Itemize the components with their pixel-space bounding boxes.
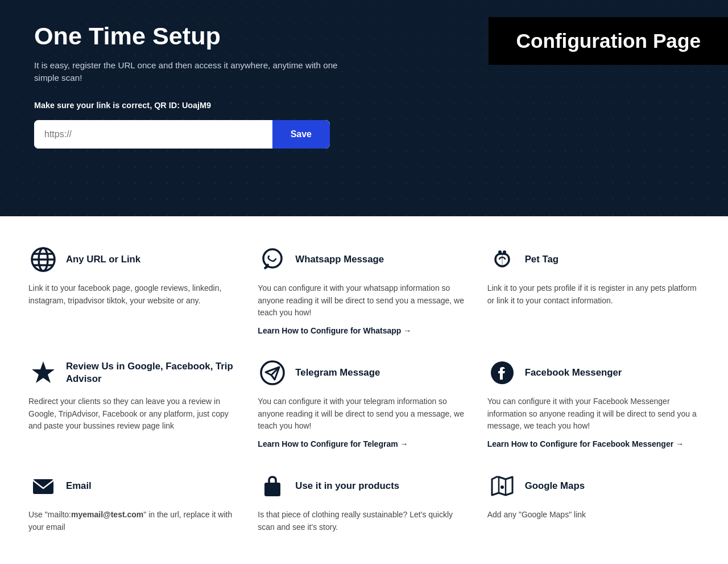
feature-header-pet-tag: Pet Tag [487, 245, 700, 274]
feature-desc-any-url: Link it to your facebook page, google re… [28, 282, 241, 307]
save-button[interactable]: Save [272, 120, 330, 149]
feature-title-telegram: Telegram Message [295, 367, 380, 379]
svg-marker-9 [32, 361, 55, 383]
feature-header-whatsapp: Whatsapp Message [258, 245, 470, 274]
features-section: Any URL or LinkLink it to your facebook … [0, 216, 728, 564]
feature-header-googlemaps: Google Maps [487, 471, 700, 501]
feature-item-whatsapp: Whatsapp MessageYou can configure it wit… [258, 245, 470, 335]
feature-desc-whatsapp: You can configure it with your whatsapp … [258, 282, 470, 319]
maps-icon [487, 471, 517, 501]
feature-title-pet-tag: Pet Tag [525, 253, 559, 266]
feature-link-facebook[interactable]: Learn How to Configure for Facebook Mess… [487, 439, 700, 448]
features-grid: Any URL or LinkLink it to your facebook … [28, 245, 700, 534]
telegram-icon [258, 358, 287, 388]
bag-icon [258, 471, 287, 501]
facebook-icon [487, 358, 517, 388]
feature-item-email: EmailUse "mailto:myemail@test.com" in th… [28, 471, 241, 533]
feature-item-products: Use it in your productsIs that piece of … [258, 471, 470, 533]
feature-desc-email: Use "mailto:myemail@test.com" in the url… [28, 509, 241, 533]
feature-header-google-review: Review Us in Google, Facebook, Trip Advi… [28, 358, 241, 388]
feature-desc-telegram: You can configure it with your telegram … [258, 396, 470, 433]
feature-link-telegram[interactable]: Learn How to Configure for Telegram → [258, 439, 470, 448]
feature-desc-products: Is that piece of clothing really sustain… [258, 509, 470, 533]
feature-title-google-review: Review Us in Google, Facebook, Trip Advi… [66, 360, 241, 385]
email-icon [28, 471, 58, 501]
qr-notice: Make sure your link is correct, QR ID: U… [34, 101, 353, 110]
feature-desc-googlemaps: Add any "Google Maps" link [487, 509, 700, 521]
feature-header-email: Email [28, 471, 241, 501]
feature-header-facebook: Facebook Messenger [487, 358, 700, 388]
svg-rect-14 [264, 483, 280, 496]
feature-item-telegram: Telegram MessageYou can configure it wit… [258, 358, 470, 448]
feature-header-products: Use it in your products [258, 471, 470, 501]
feature-title-facebook: Facebook Messenger [525, 367, 622, 379]
svg-point-17 [500, 485, 504, 489]
feature-link-whatsapp[interactable]: Learn How to Configure for Whatsapp → [258, 326, 470, 335]
feature-title-googlemaps: Google Maps [525, 480, 585, 492]
hero-subtitle: It is easy, register the URL once and th… [34, 59, 353, 85]
url-input[interactable] [34, 120, 272, 149]
svg-rect-13 [33, 479, 53, 494]
feature-title-any-url: Any URL or Link [66, 253, 140, 266]
feature-title-whatsapp: Whatsapp Message [295, 253, 384, 266]
feature-item-googlemaps: Google MapsAdd any "Google Maps" link [487, 471, 700, 533]
feature-item-pet-tag: Pet TagLink it to your pets profile if i… [487, 245, 700, 335]
feature-desc-google-review: Redirect your clients so they can leave … [28, 396, 241, 433]
pet-icon [487, 245, 517, 274]
config-badge: Configuration Page [489, 17, 728, 65]
feature-item-any-url: Any URL or LinkLink it to your facebook … [28, 245, 241, 335]
svg-point-5 [263, 249, 282, 267]
url-form: Save [34, 120, 330, 149]
whatsapp-icon [258, 245, 287, 274]
feature-desc-pet-tag: Link it to your pets profile if it is re… [487, 282, 700, 307]
feature-header-any-url: Any URL or Link [28, 245, 241, 274]
feature-header-telegram: Telegram Message [258, 358, 470, 388]
svg-point-6 [498, 250, 502, 254]
star-icon [28, 358, 58, 388]
feature-desc-facebook: You can configure it with your Facebook … [487, 396, 700, 433]
globe-icon [28, 245, 58, 274]
hero-section: One Time Setup It is easy, register the … [0, 0, 728, 216]
feature-title-products: Use it in your products [295, 480, 399, 492]
page-title: One Time Setup [34, 23, 353, 50]
svg-point-7 [503, 250, 506, 254]
feature-title-email: Email [66, 480, 92, 492]
feature-item-facebook: Facebook MessengerYou can configure it w… [487, 358, 700, 448]
feature-item-google-review: Review Us in Google, Facebook, Trip Advi… [28, 358, 241, 448]
